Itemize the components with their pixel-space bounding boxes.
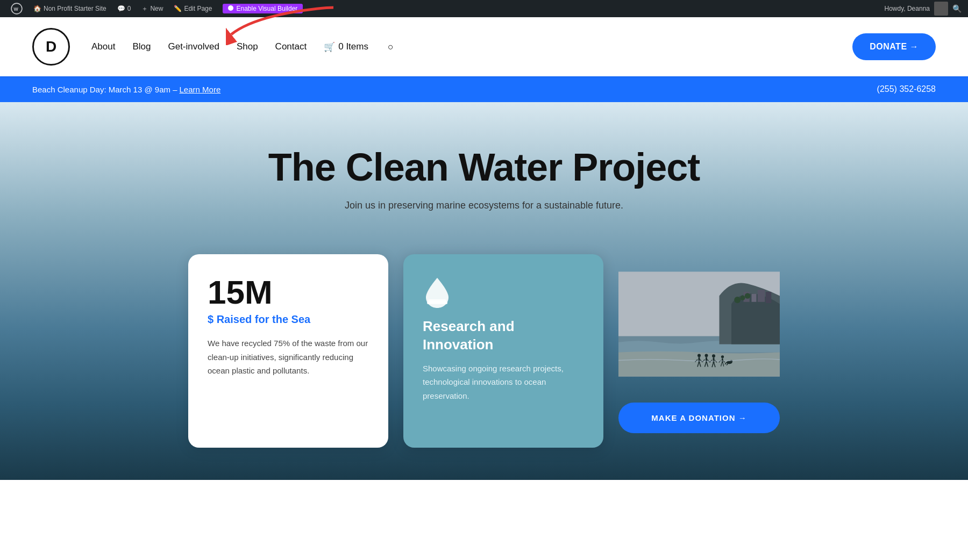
cart-area[interactable]: 🛒 0 Items — [324, 41, 368, 53]
admin-bar: W 🏠 Non Profit Starter Site 💬 0 ＋ New ✏️… — [0, 0, 968, 17]
stat-description: We have recycled 75% of the waste from o… — [208, 336, 369, 378]
svg-point-14 — [697, 354, 701, 357]
announcement-text: Beach Cleanup Day: March 13 @ 9am – — [32, 85, 177, 94]
site-logo[interactable]: D — [32, 28, 70, 66]
svg-rect-9 — [758, 290, 765, 302]
admin-new[interactable]: ＋ New — [137, 0, 167, 17]
cart-icon: 🛒 — [324, 41, 335, 53]
nav-about[interactable]: About — [91, 41, 115, 52]
comments-icon: 💬 — [117, 5, 125, 12]
svg-point-13 — [745, 293, 751, 299]
svg-point-32 — [721, 355, 724, 358]
cards-row: 15M $ Raised for the Sea We have recycle… — [188, 254, 780, 448]
nav-shop[interactable]: Shop — [237, 41, 258, 52]
logo-circle[interactable]: D — [32, 28, 70, 66]
admin-howdy: Howdy, Deanna — [885, 5, 930, 12]
admin-visual-builder[interactable]: Enable Visual Builder — [218, 0, 307, 17]
hero-title: The Clean Water Project — [268, 145, 700, 189]
research-title: Research and Innovation — [423, 318, 584, 354]
search-button[interactable]: ○ — [388, 41, 394, 53]
admin-site-name[interactable]: 🏠 Non Profit Starter Site — [29, 0, 111, 17]
svg-rect-8 — [752, 294, 757, 302]
stat-card: 15M $ Raised for the Sea We have recycle… — [188, 254, 388, 448]
main-nav: About Blog Get-involved Shop Contact 🛒 0… — [91, 41, 852, 53]
admin-bar-right: Howdy, Deanna 🔍 — [885, 2, 962, 16]
plus-icon: ＋ — [141, 4, 148, 13]
stat-number: 15M — [208, 276, 369, 309]
nav-contact[interactable]: Contact — [275, 41, 307, 52]
cart-count: 0 Items — [338, 41, 368, 52]
water-drop-icon — [423, 276, 584, 310]
svg-rect-15 — [699, 357, 700, 363]
svg-point-11 — [734, 297, 741, 303]
home-icon: 🏠 — [33, 5, 41, 12]
make-donation-button[interactable]: MAKE A DONATION → — [618, 403, 780, 433]
beach-image — [618, 254, 780, 394]
edit-icon: ✏️ — [174, 5, 182, 12]
admin-comments[interactable]: 💬 0 — [113, 0, 136, 17]
wp-logo-icon: W — [11, 3, 23, 15]
svg-point-12 — [741, 296, 745, 300]
nav-get-involved[interactable]: Get-involved — [168, 41, 219, 52]
svg-point-26 — [712, 354, 715, 357]
admin-avatar — [934, 2, 948, 16]
hero-subtitle: Join us in preserving marine ecosystems … — [345, 200, 623, 211]
nav-blog[interactable]: Blog — [132, 41, 151, 52]
research-description: Showcasing ongoing research projects, te… — [423, 362, 584, 403]
announcement-bar: Beach Cleanup Day: March 13 @ 9am – Lear… — [0, 76, 968, 102]
site-header: D About Blog Get-involved Shop Contact 🛒… — [0, 17, 968, 76]
donate-button[interactable]: DONATE → — [852, 33, 936, 60]
phone-number: (255) 352-6258 — [877, 84, 936, 94]
learn-more-link[interactable]: Learn More — [180, 85, 221, 94]
svg-rect-4 — [427, 301, 447, 304]
stat-label: $ Raised for the Sea — [208, 313, 369, 326]
hero-section: The Clean Water Project Join us in prese… — [0, 102, 968, 480]
svg-rect-27 — [713, 357, 715, 363]
svg-text:W: W — [14, 6, 19, 12]
admin-edit-page[interactable]: ✏️ Edit Page — [169, 0, 216, 17]
wp-logo-item[interactable]: W — [6, 0, 27, 17]
image-donate-card: MAKE A DONATION → — [618, 254, 780, 433]
svg-rect-10 — [766, 292, 772, 303]
svg-rect-21 — [706, 357, 707, 363]
research-card: Research and Innovation Showcasing ongoi… — [403, 254, 603, 448]
svg-point-20 — [705, 354, 708, 357]
admin-search-icon[interactable]: 🔍 — [952, 4, 962, 13]
visual-builder-badge[interactable]: Enable Visual Builder — [223, 4, 303, 13]
